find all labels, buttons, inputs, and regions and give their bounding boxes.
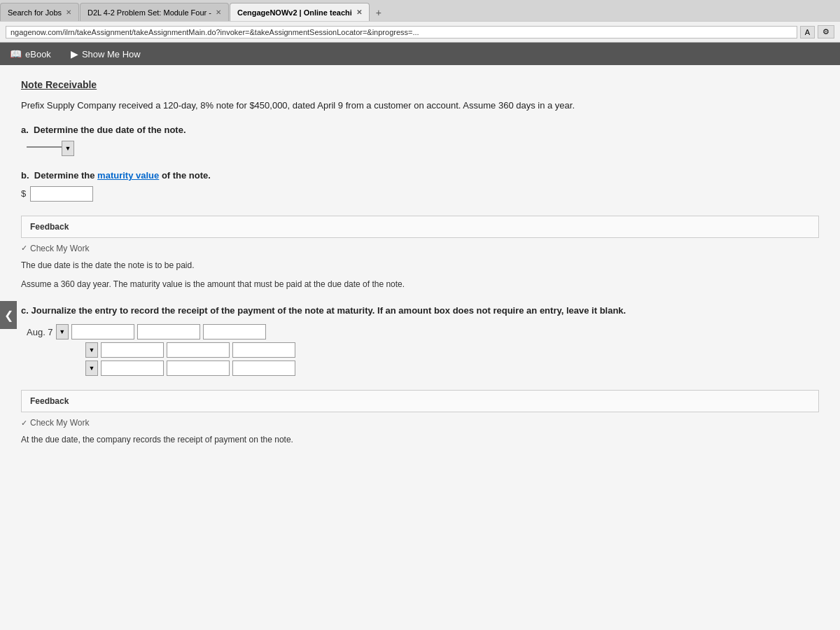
part-c-section: c. Journalize the entry to record the re… <box>21 305 819 376</box>
browser-chrome: Search for Jobs ✕ D2L 4-2 Problem Set: M… <box>0 0 840 43</box>
journal-debit-3[interactable] <box>167 360 230 376</box>
journal-dropdown-3[interactable]: ▼ <box>85 360 98 376</box>
feedback-text-c: At the due date, the company records the… <box>21 433 819 447</box>
part-b-label: b. Determine the maturity value of the n… <box>21 170 819 181</box>
main-content: Note Receivable Prefix Supply Company re… <box>0 65 840 630</box>
tab-label: Search for Jobs <box>8 8 62 17</box>
browser-extensions-button[interactable]: ⚙ <box>818 25 834 38</box>
feedback-label-c: Feedback <box>30 396 810 406</box>
feedback-text-a: The due date is the date the note is to … <box>21 259 819 272</box>
journal-credit-2[interactable] <box>232 342 295 358</box>
feedback-section-ab: Feedback <box>21 216 819 238</box>
check-my-work-label-ab: Check My Work <box>30 244 89 253</box>
journal-entry-grid: Aug. 7 ▼ ▼ ▼ <box>27 324 819 376</box>
tab-label: D2L 4-2 Problem Set: Module Four - <box>88 8 211 17</box>
journal-account-2[interactable] <box>101 342 164 358</box>
dollar-sign: $ <box>21 188 26 199</box>
feedback-text-b: Assume a 360 day year. The maturity valu… <box>21 278 819 291</box>
tab-close-icon[interactable]: ✕ <box>356 8 362 16</box>
problem-text: Prefix Supply Company received a 120-day… <box>21 99 819 113</box>
tab-label: CengageNOWv2 | Online teachi <box>237 8 352 17</box>
tab-cengage[interactable]: CengageNOWv2 | Online teachi ✕ <box>230 3 370 21</box>
nav-left-icon: ❮ <box>4 309 13 322</box>
check-icon-c: ✓ <box>21 419 27 428</box>
part-a-label: a. Determine the due date of the note. <box>21 125 819 135</box>
address-input[interactable] <box>6 26 797 38</box>
new-tab-button[interactable]: + <box>370 4 387 21</box>
journal-row-3: ▼ <box>27 360 819 376</box>
journal-credit-3[interactable] <box>232 360 295 376</box>
check-my-work-label-c: Check My Work <box>30 418 89 428</box>
part-c-label: c. Journalize the entry to record the re… <box>21 305 819 316</box>
feedback-label-ab: Feedback <box>30 222 810 232</box>
maturity-value-input[interactable] <box>30 186 93 202</box>
part-c-letter: c. <box>21 305 29 316</box>
address-bar: A ⚙ <box>0 21 840 42</box>
part-a-letter: a. <box>21 125 29 135</box>
check-my-work-c[interactable]: ✓ Check My Work <box>21 418 819 428</box>
journal-date: Aug. 7 <box>27 327 53 337</box>
nav-left-arrow[interactable]: ❮ <box>0 301 17 329</box>
part-c-text: Journalize the entry to record the recei… <box>31 305 626 316</box>
journal-credit-1[interactable] <box>203 324 266 340</box>
part-a-text: Determine the due date of the note. <box>31 125 186 135</box>
ebook-icon: 📖 <box>10 48 22 59</box>
journal-account-1[interactable] <box>71 324 134 340</box>
ebook-button[interactable]: 📖 eBook <box>0 44 61 64</box>
show-me-how-button[interactable]: ▶ Show Me How <box>61 44 150 64</box>
show-me-how-icon: ▶ <box>71 48 78 59</box>
tab-d2l[interactable]: D2L 4-2 Problem Set: Module Four - ✕ <box>80 3 229 21</box>
tab-search-for-jobs[interactable]: Search for Jobs ✕ <box>0 3 79 21</box>
part-a-line1 <box>27 146 62 148</box>
part-b-text: Determine the maturity value of the note… <box>31 170 211 181</box>
ebook-label: eBook <box>25 49 51 59</box>
show-me-how-label: Show Me How <box>82 49 141 59</box>
tab-bar: Search for Jobs ✕ D2L 4-2 Problem Set: M… <box>0 0 840 21</box>
part-b-section: b. Determine the maturity value of the n… <box>21 170 819 202</box>
check-my-work-ab[interactable]: ✓ Check My Work <box>21 244 819 253</box>
maturity-value-text: maturity value <box>97 170 159 181</box>
journal-row-1: Aug. 7 ▼ <box>27 324 819 340</box>
part-a-section: a. Determine the due date of the note. ▼ <box>21 125 819 156</box>
part-a-dropdown1[interactable]: ▼ <box>62 141 74 156</box>
journal-debit-2[interactable] <box>167 342 230 358</box>
journal-debit-1[interactable] <box>137 324 200 340</box>
section-title: Note Receivable <box>21 79 819 90</box>
feedback-section-c: Feedback <box>21 390 819 412</box>
tab-close-icon[interactable]: ✕ <box>66 8 71 16</box>
toolbar: 📖 eBook ▶ Show Me How <box>0 43 840 65</box>
browser-settings-button[interactable]: A <box>800 26 815 38</box>
journal-account-3[interactable] <box>101 360 164 376</box>
journal-dropdown-2[interactable]: ▼ <box>85 342 98 358</box>
part-b-input-row: $ <box>21 186 819 202</box>
journal-row-2: ▼ <box>27 342 819 358</box>
tab-close-icon[interactable]: ✕ <box>216 8 221 16</box>
part-a-input-row1: ▼ <box>27 141 819 156</box>
part-b-letter: b. <box>21 170 29 181</box>
part-a-inputs: ▼ <box>27 141 819 156</box>
check-icon-ab: ✓ <box>21 244 27 253</box>
journal-dropdown-1[interactable]: ▼ <box>56 324 69 340</box>
